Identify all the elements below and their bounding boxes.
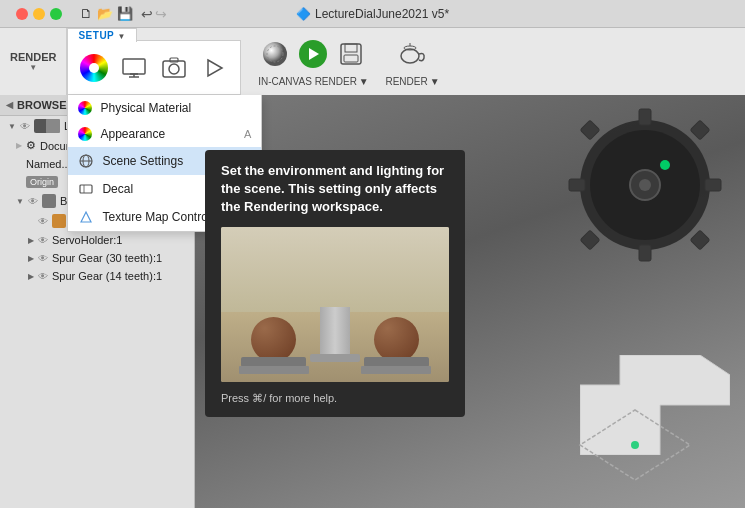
- servo-eye-icon[interactable]: 👁: [38, 216, 48, 227]
- physical-material-item[interactable]: Physical Material: [68, 95, 261, 121]
- gear-visual: [565, 105, 725, 265]
- render-dropdown-arrow: ▼: [29, 63, 37, 72]
- globe-icon: [78, 153, 94, 169]
- toolbar-controls: RENDER ▼ SETUP ▼: [0, 28, 745, 95]
- in-canvas-render-label[interactable]: IN-CANVAS RENDER ▼: [258, 76, 369, 87]
- tree-item-spur14[interactable]: ▶ 👁 Spur Gear (14 teeth):1: [0, 267, 194, 285]
- decal-label: Decal: [102, 182, 133, 196]
- new-file-icon[interactable]: 🗋: [80, 6, 93, 21]
- appearance-icon: [78, 127, 92, 141]
- photo-icon-button[interactable]: [156, 50, 192, 86]
- teapot-icon: [397, 38, 429, 70]
- stamp-right-foot: [361, 366, 431, 374]
- bodies-folder-icon: [42, 194, 56, 208]
- toolbar-left-icons: 🗋 📂 💾 ↩ ↪: [76, 6, 171, 22]
- bodies-eye-icon[interactable]: 👁: [28, 196, 38, 207]
- setup-dropdown-arrow: ▼: [117, 32, 125, 41]
- render-label-text: RENDER: [10, 51, 56, 63]
- holder-label: ServoHolder:1: [52, 234, 122, 246]
- center-base: [310, 354, 360, 362]
- render-right-label[interactable]: RENDER ▼: [385, 76, 439, 87]
- play-render-button[interactable]: [299, 40, 327, 68]
- sphere-icon: [259, 38, 291, 70]
- appearance-item[interactable]: Appearance A: [68, 121, 261, 147]
- tooltip-popup: Set the environment and lighting for the…: [205, 150, 465, 417]
- save-render-icon: [337, 40, 365, 68]
- sphere-render-button[interactable]: [257, 36, 293, 72]
- open-file-icon[interactable]: 📂: [97, 6, 113, 21]
- undo-redo-group: ↩ ↪: [137, 6, 171, 22]
- render-right-icons: [395, 36, 431, 72]
- play-icon: [305, 46, 321, 62]
- svg-rect-25: [639, 245, 651, 261]
- minimize-button[interactable]: [33, 8, 45, 20]
- color-wheel-button[interactable]: [76, 50, 112, 86]
- gear-svg: [565, 105, 725, 265]
- svg-rect-11: [80, 185, 92, 193]
- save-render-button[interactable]: [333, 36, 369, 72]
- svg-point-20: [401, 49, 419, 63]
- physical-material-icon: [78, 101, 92, 115]
- title-bar: 🗋 📂 💾 ↩ ↪ 🔷 LectureDialJune2021 v5*: [0, 0, 745, 28]
- stamp-left-foot: [239, 366, 309, 374]
- root-arrow: ▼: [8, 122, 16, 131]
- origin-badge: Origin: [26, 176, 58, 188]
- root-eye-icon[interactable]: 👁: [20, 121, 30, 132]
- svg-marker-7: [208, 60, 222, 76]
- window-title-group: 🔷 LectureDialJune2021 v5*: [296, 7, 449, 21]
- svg-rect-28: [580, 120, 600, 140]
- arrow-icon-button[interactable]: [196, 50, 232, 86]
- center-structure: [320, 307, 350, 357]
- monitor-icon-button[interactable]: [116, 50, 152, 86]
- scene-settings-icon: [78, 153, 94, 169]
- undo-icon[interactable]: ↩: [141, 6, 153, 22]
- render-right-dropdown-arrow: ▼: [430, 76, 440, 87]
- doc-gear-icon: ⚙: [26, 139, 36, 152]
- svg-point-35: [660, 160, 670, 170]
- spur14-eye-icon[interactable]: 👁: [38, 271, 48, 282]
- spur14-expand: ▶: [28, 272, 34, 281]
- save-icon[interactable]: 💾: [117, 6, 133, 21]
- monitor-icon: [120, 54, 148, 82]
- decal-icon: [78, 181, 94, 197]
- in-canvas-icons: [257, 36, 369, 72]
- photo-icon: [160, 54, 188, 82]
- decal-svg-icon: [78, 181, 94, 197]
- named-label: Named...: [26, 158, 71, 170]
- redo-icon[interactable]: ↪: [155, 6, 167, 22]
- diamond-svg: [575, 405, 695, 485]
- browser-title: BROWSER: [17, 99, 74, 111]
- tooltip-sky: [221, 227, 449, 312]
- svg-point-5: [169, 64, 179, 74]
- sidebar-collapse-button[interactable]: ◀: [6, 100, 13, 110]
- setup-tab[interactable]: SETUP ▼: [67, 28, 136, 42]
- root-file-icon: [46, 119, 60, 133]
- spur30-expand: ▶: [28, 254, 34, 263]
- tree-item-servoholder[interactable]: ▶ 👁 ServoHolder:1: [0, 231, 194, 249]
- bodies-arrow: ▼: [16, 197, 24, 206]
- render-label[interactable]: RENDER ▼: [0, 28, 67, 95]
- tooltip-title: Set the environment and lighting for the…: [221, 162, 449, 217]
- viewport[interactable]: Set the environment and lighting for the…: [195, 95, 745, 508]
- in-canvas-dropdown-arrow: ▼: [359, 76, 369, 87]
- stamp-right: [374, 317, 419, 362]
- close-button[interactable]: [16, 8, 28, 20]
- svg-rect-0: [123, 59, 145, 74]
- svg-rect-26: [569, 179, 585, 191]
- file-icon: 🔷: [296, 7, 311, 21]
- svg-rect-6: [170, 58, 178, 62]
- teapot-button[interactable]: [395, 36, 431, 72]
- svg-rect-24: [639, 109, 651, 125]
- maximize-button[interactable]: [50, 8, 62, 20]
- svg-point-38: [631, 441, 639, 449]
- tooltip-footer: Press ⌘/ for more help.: [221, 392, 449, 405]
- tree-item-spur30[interactable]: ▶ 👁 Spur Gear (30 teeth):1: [0, 249, 194, 267]
- appearance-shortcut: A: [244, 128, 251, 140]
- servo-component-icon: [52, 214, 66, 228]
- scene-settings-label: Scene Settings: [102, 154, 183, 168]
- texture-map-icon: [78, 209, 94, 225]
- holder-eye-icon[interactable]: 👁: [38, 235, 48, 246]
- spur30-eye-icon[interactable]: 👁: [38, 253, 48, 264]
- setup-container: SETUP ▼: [67, 28, 241, 95]
- spur14-label: Spur Gear (14 teeth):1: [52, 270, 162, 282]
